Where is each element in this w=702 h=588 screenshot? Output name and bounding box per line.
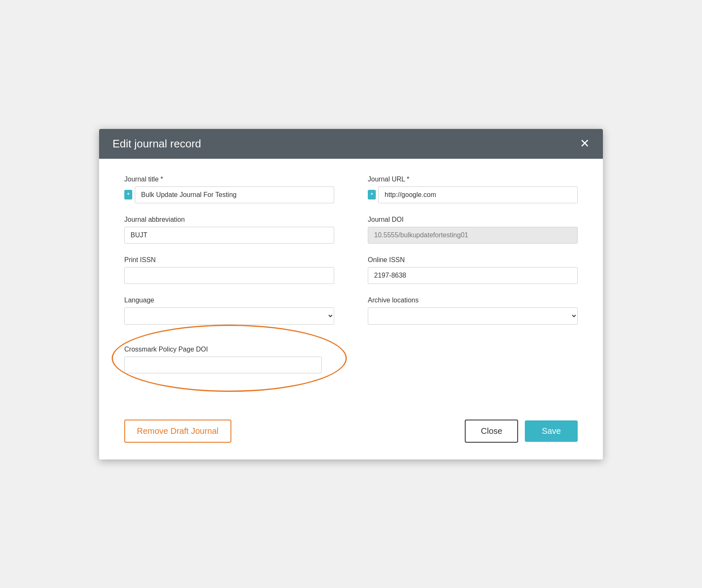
print-issn-input[interactable] <box>124 267 334 284</box>
edit-journal-modal: Edit journal record ✕ Journal title * * … <box>99 129 603 459</box>
journal-doi-group: Journal DOI <box>368 216 578 244</box>
journal-abbreviation-label: Journal abbreviation <box>124 216 334 223</box>
online-issn-label: Online ISSN <box>368 256 578 264</box>
modal-body: Journal title * * Journal URL * * Journa… <box>99 159 603 411</box>
journal-doi-label: Journal DOI <box>368 216 578 223</box>
form-grid: Journal title * * Journal URL * * Journa… <box>124 176 578 337</box>
journal-doi-input <box>368 227 578 244</box>
online-issn-group: Online ISSN <box>368 256 578 284</box>
language-select[interactable] <box>124 307 334 325</box>
crossmark-wrapper: Crossmark Policy Page DOI <box>124 341 322 378</box>
journal-url-required-badge: * <box>368 190 376 200</box>
archive-locations-group: Archive locations <box>368 297 578 325</box>
language-group: Language <box>124 297 334 325</box>
journal-abbreviation-input[interactable] <box>124 227 334 244</box>
journal-title-group: Journal title * * <box>124 176 334 203</box>
crossmark-input[interactable] <box>124 357 322 373</box>
footer-left: Remove Draft Journal <box>124 420 231 443</box>
print-issn-label: Print ISSN <box>124 256 334 264</box>
save-button[interactable]: Save <box>525 420 578 442</box>
journal-title-required-badge: * <box>124 190 132 200</box>
online-issn-input[interactable] <box>368 267 578 284</box>
journal-url-input[interactable] <box>378 186 578 203</box>
footer-right: Close Save <box>465 420 578 443</box>
journal-title-input-wrapper: * <box>124 186 334 203</box>
modal-footer: Remove Draft Journal Close Save <box>99 411 603 459</box>
crossmark-label: Crossmark Policy Page DOI <box>124 346 322 353</box>
journal-url-group: Journal URL * * <box>368 176 578 203</box>
crossmark-inner: Crossmark Policy Page DOI <box>124 341 322 378</box>
print-issn-group: Print ISSN <box>124 256 334 284</box>
journal-title-label: Journal title * <box>124 176 334 183</box>
close-icon[interactable]: ✕ <box>580 138 589 150</box>
modal-title: Edit journal record <box>113 137 201 150</box>
journal-url-input-wrapper: * <box>368 186 578 203</box>
close-button[interactable]: Close <box>465 420 518 443</box>
modal-header: Edit journal record ✕ <box>99 129 603 159</box>
journal-url-label: Journal URL * <box>368 176 578 183</box>
journal-abbreviation-group: Journal abbreviation <box>124 216 334 244</box>
language-label: Language <box>124 297 334 304</box>
archive-locations-label: Archive locations <box>368 297 578 304</box>
remove-draft-button[interactable]: Remove Draft Journal <box>124 420 231 443</box>
crossmark-section: Crossmark Policy Page DOI <box>124 341 578 378</box>
archive-locations-select[interactable] <box>368 307 578 325</box>
journal-title-input[interactable] <box>135 186 334 203</box>
